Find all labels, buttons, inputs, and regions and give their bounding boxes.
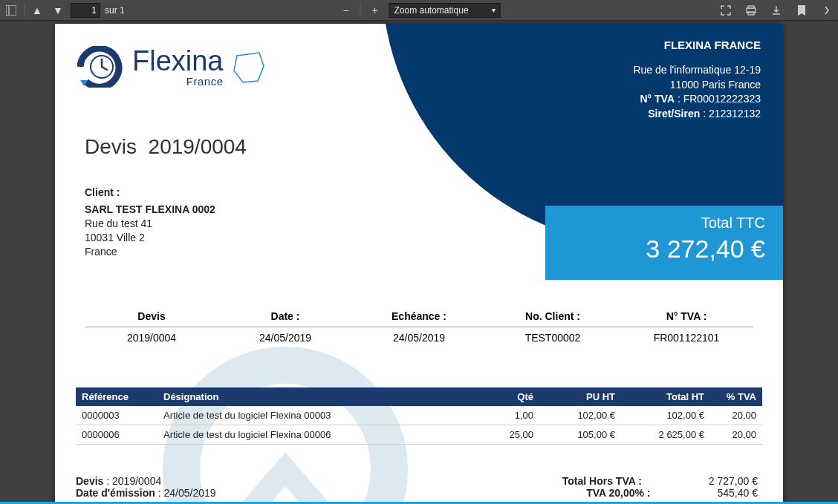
page-down-icon[interactable]: ▼: [50, 2, 66, 19]
meta-h-echeance: Echéance :: [352, 306, 486, 327]
meta-table: Devis Date : Echéance : No. Client : N° …: [85, 306, 753, 348]
meta-v-tva: FR001122101: [620, 327, 753, 348]
page-up-icon[interactable]: ▲: [29, 2, 45, 19]
total-ht-value: 2 727,00 €: [709, 475, 758, 487]
svg-rect-4: [748, 12, 754, 15]
total-ht-label: Total Hors TVA :: [562, 475, 642, 487]
clock-arrow-icon: [77, 46, 126, 88]
footer-left: Devis : 2019/0004 Date d'émission : 24/0…: [76, 475, 216, 499]
logo-brand-text: Flexina: [132, 47, 224, 75]
meta-h-date: Date :: [218, 306, 352, 327]
document-title: Devis 2019/0004: [85, 135, 247, 159]
meta-h-tva: N° TVA :: [620, 306, 753, 327]
chevron-down-icon: ▾: [492, 6, 496, 14]
col-reference: Référence: [76, 387, 157, 406]
footer-right: Total Hors TVA :2 727,00 € TVA 20,00% :5…: [562, 475, 758, 499]
col-total-ht: Total HT: [621, 387, 710, 406]
page-number-input[interactable]: [71, 3, 100, 18]
brand-logo: Flexina France: [77, 46, 300, 88]
page-count-label: sur 1: [105, 5, 125, 16]
meta-v-echeance: 24/05/2019: [352, 327, 486, 348]
print-icon[interactable]: [743, 2, 759, 19]
table-row: 0000006 Article de test du logiciel Flex…: [76, 425, 762, 445]
client-address-2: 10031 Ville 2: [85, 231, 215, 245]
separator: [24, 4, 25, 17]
client-address-1: Rue du test 41: [85, 217, 215, 231]
meta-v-date: 24/05/2019: [218, 327, 352, 348]
tva-label: TVA 20,00% :: [586, 487, 650, 499]
pdf-page: FLEXINA FRANCE Rue de l'informatique 12-…: [55, 24, 783, 504]
zoom-select[interactable]: Zoom automatique ▾: [389, 3, 501, 18]
company-name: FLEXINA FRANCE: [633, 37, 761, 53]
pdf-toolbar: ▲ ▼ sur 1 − + Zoom automatique ▾: [0, 0, 838, 21]
total-ttc-label: Total TTC: [563, 215, 765, 232]
company-siret: Siret/Siren : 212312132: [633, 107, 761, 122]
client-name: SARL TEST FLEXINA 0002: [85, 203, 215, 217]
col-tva: % TVA: [710, 387, 762, 406]
total-ttc-box: Total TTC 3 272,40 €: [545, 206, 783, 280]
separator: [360, 4, 361, 17]
meta-h-noclient: No. Client :: [486, 306, 620, 327]
france-map-icon: [230, 48, 267, 85]
meta-body-row: 2019/0004 24/05/2019 24/05/2019 TEST0000…: [85, 327, 753, 348]
client-block: Client : SARL TEST FLEXINA 0002 Rue du t…: [85, 186, 215, 258]
pdf-viewer[interactable]: FLEXINA FRANCE Rue de l'informatique 12-…: [0, 21, 838, 504]
logo-sub-text: France: [132, 75, 224, 88]
meta-h-devis: Devis: [85, 306, 218, 327]
tva-value: 545,40 €: [718, 487, 759, 499]
total-ttc-value: 3 272,40 €: [563, 235, 765, 264]
col-qte: Qté: [480, 387, 539, 406]
company-info: FLEXINA FRANCE Rue de l'informatique 12-…: [633, 37, 761, 121]
meta-v-devis: 2019/0004: [85, 327, 218, 348]
col-pu-ht: PU HT: [539, 387, 621, 406]
lines-header-row: Référence Désignation Qté PU HT Total HT…: [76, 387, 762, 406]
meta-header-row: Devis Date : Echéance : No. Client : N° …: [85, 306, 753, 327]
zoom-in-icon[interactable]: +: [367, 2, 383, 19]
sidebar-toggle-icon[interactable]: [3, 2, 19, 19]
table-row: 0000003 Article de test du logiciel Flex…: [76, 406, 762, 425]
bookmark-icon[interactable]: [793, 2, 810, 19]
zoom-out-icon[interactable]: −: [338, 2, 354, 19]
zoom-select-label: Zoom automatique: [394, 5, 469, 16]
company-vat: N° TVA : FR00012222323: [633, 92, 761, 107]
fullscreen-icon[interactable]: [718, 2, 734, 19]
client-label: Client :: [85, 186, 215, 200]
footer-summary: Devis : 2019/0004 Date d'émission : 24/0…: [76, 475, 758, 499]
client-country: France: [85, 245, 215, 259]
download-icon[interactable]: [768, 2, 785, 19]
company-address-2: 11000 Paris France: [633, 78, 761, 93]
meta-v-noclient: TEST00002: [486, 327, 620, 348]
lines-table: Référence Désignation Qté PU HT Total HT…: [76, 387, 762, 445]
col-designation: Désignation: [157, 387, 480, 406]
company-address-1: Rue de l'informatique 12-19: [633, 63, 761, 78]
svg-rect-0: [6, 5, 16, 16]
tools-icon[interactable]: [819, 2, 835, 19]
